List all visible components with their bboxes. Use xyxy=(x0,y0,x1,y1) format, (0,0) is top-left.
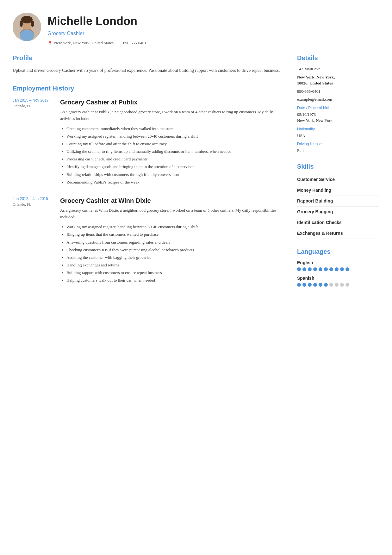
nationality-label: Nationality xyxy=(297,126,379,132)
main-content: Profile Upbeat and driven Grocery Cashie… xyxy=(0,53,392,555)
bullet: Utilizing the scanner to ring items up a… xyxy=(66,148,284,155)
driving-label: Driving license xyxy=(297,141,379,147)
job-entry-2: Jan 2012 – Jan 2015 Orlando, FL Grocery … xyxy=(13,196,284,284)
nationality-value: USA xyxy=(297,133,379,139)
employment-section: Employment History Jan 2015 – Nov 2017 O… xyxy=(13,84,284,284)
job-1-details: Grocery Cashier at Publix As a grocery c… xyxy=(60,97,284,186)
bullet: Identifying damaged goods and bringing t… xyxy=(66,163,284,170)
details-title: Details xyxy=(297,53,379,63)
bullet: Working my assigned register, handling b… xyxy=(66,133,284,140)
bullet: Processing cash, check, and credit card … xyxy=(66,156,284,163)
skill-item-1: Customer Service xyxy=(297,174,379,185)
avatar xyxy=(13,13,41,41)
dot xyxy=(297,267,301,271)
bullet: Answering questions from customers regar… xyxy=(66,239,284,246)
dot xyxy=(297,283,301,287)
job-2-location: Orlando, FL xyxy=(13,202,54,207)
bullet: Counting my till before and after the sh… xyxy=(66,140,284,147)
bullet: Handling exchanges and returns xyxy=(66,262,284,269)
profile-section-title: Profile xyxy=(13,53,284,64)
dot xyxy=(335,283,339,287)
job-entry-1: Jan 2015 – Nov 2017 Orlando, FL Grocery … xyxy=(13,97,284,186)
skill-item-4: Grocery Bagging xyxy=(297,207,379,217)
details-section: Details 143 Main Ave New York, New York,… xyxy=(297,53,379,154)
skill-item-5: Identification Checks xyxy=(297,217,379,228)
dot xyxy=(313,283,317,287)
bullet: Helping customers walk out to their car,… xyxy=(66,277,284,284)
dot xyxy=(319,267,322,271)
bullet: Checking customer's IDs if they were pur… xyxy=(66,246,284,253)
skills-section: Skills Customer Service Money Handling R… xyxy=(297,162,379,239)
dot xyxy=(329,267,333,271)
dot xyxy=(308,283,312,287)
header-info: Michelle London Grocery Cashier 📍 New Yo… xyxy=(47,13,379,47)
skill-item-6: Exchanges & Returns xyxy=(297,228,379,239)
language-english: English xyxy=(297,259,379,271)
job-2-date-location: Jan 2012 – Jan 2015 Orlando, FL xyxy=(13,196,54,284)
bullet: Building relationships with customers th… xyxy=(66,171,284,178)
bullet: Building rapport with customers to ensur… xyxy=(66,269,284,276)
language-spanish-name: Spanish xyxy=(297,275,379,282)
address-line2: New York, New York, 10026, United States xyxy=(297,74,379,86)
bullet: Ringing up items that the customers want… xyxy=(66,231,284,238)
svg-point-2 xyxy=(20,30,34,41)
skill-item-2: Money Handling xyxy=(297,185,379,196)
location-item: 📍 New York, New York, United States xyxy=(47,40,114,47)
english-dots xyxy=(297,267,379,271)
dob-label: Date / Place of birth xyxy=(297,105,379,111)
job-2-description: As a grocery cashier at Winn Dixie, a ne… xyxy=(60,207,284,221)
job-2-title: Grocery Cashier at Winn Dixie xyxy=(60,196,284,205)
bullet: Greeting customers immediately when they… xyxy=(66,125,284,132)
dot xyxy=(345,267,349,271)
dot xyxy=(302,283,306,287)
dob-value: 05/10/1973 New York, New York xyxy=(297,111,379,124)
spanish-dots xyxy=(297,283,379,287)
dot xyxy=(335,267,339,271)
candidate-job-title: Grocery Cashier xyxy=(47,30,379,37)
address-line1: 143 Main Ave xyxy=(297,66,379,72)
job-1-date-range: Jan 2015 – Nov 2017 xyxy=(13,97,54,103)
bullet: Assisting the customer with bagging thei… xyxy=(66,254,284,261)
header-section: Michelle London Grocery Cashier 📍 New Yo… xyxy=(0,0,392,53)
driving-value: Full xyxy=(297,147,379,154)
dot xyxy=(308,267,312,271)
svg-point-5 xyxy=(20,21,23,27)
dot xyxy=(329,283,333,287)
skills-title: Skills xyxy=(297,162,379,171)
dot xyxy=(340,283,344,287)
dot xyxy=(319,283,322,287)
header-phone: 890-555-0401 xyxy=(123,40,146,47)
bullet: Working my assigned register, handling b… xyxy=(66,223,284,230)
job-2-bullets: Working my assigned register, handling b… xyxy=(60,223,284,284)
job-2-details: Grocery Cashier at Winn Dixie As a groce… xyxy=(60,196,284,284)
candidate-name: Michelle London xyxy=(47,13,379,30)
job-1-description: As a grocery cashier at Publix, a neighb… xyxy=(60,109,284,122)
job-1-bullets: Greeting customers immediately when they… xyxy=(60,125,284,186)
language-spanish: Spanish xyxy=(297,275,379,287)
job-2-date-range: Jan 2012 – Jan 2015 xyxy=(13,196,54,202)
header-location: New York, New York, United States xyxy=(54,40,114,46)
dot xyxy=(302,267,306,271)
job-1-location: Orlando, FL xyxy=(13,103,54,109)
details-email: example@email.com xyxy=(297,96,379,103)
language-english-name: English xyxy=(297,259,379,266)
right-column: Details 143 Main Ave New York, New York,… xyxy=(297,53,379,542)
dot xyxy=(324,267,328,271)
dot xyxy=(345,283,349,287)
dot xyxy=(340,267,344,271)
resume-page: Michelle London Grocery Cashier 📍 New Yo… xyxy=(0,0,392,555)
details-phone: 890-555-0401 xyxy=(297,88,379,95)
languages-section: Languages English xyxy=(297,247,379,287)
skill-item-3: Rapport Building xyxy=(297,196,379,207)
job-1-title: Grocery Cashier at Publix xyxy=(60,97,284,107)
svg-point-4 xyxy=(21,16,33,23)
profile-section: Profile Upbeat and driven Grocery Cashie… xyxy=(13,53,284,74)
dot xyxy=(313,267,317,271)
dot xyxy=(324,283,328,287)
employment-section-title: Employment History xyxy=(13,84,284,94)
left-column: Profile Upbeat and driven Grocery Cashie… xyxy=(13,53,284,542)
bullet: Recommending Publix's recipes of the wee… xyxy=(66,179,284,186)
svg-point-6 xyxy=(31,21,34,27)
profile-text: Upbeat and driven Grocery Cashier with 5… xyxy=(13,67,284,74)
header-contact: 📍 New York, New York, United States 890-… xyxy=(47,40,379,47)
